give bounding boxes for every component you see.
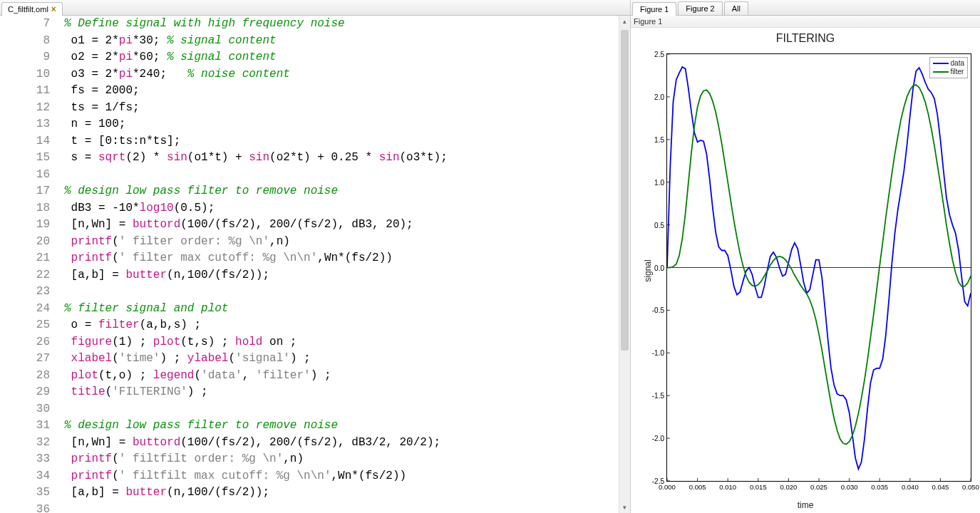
code-content[interactable]: ts = 1/fs; [64, 100, 630, 117]
line-number: 23 [0, 284, 64, 301]
code-content[interactable]: [n,Wn] = buttord(100/(fs/2), 200/(fs/2),… [64, 217, 630, 234]
code-line[interactable]: 19 [n,Wn] = buttord(100/(fs/2), 200/(fs/… [0, 217, 630, 234]
scroll-thumb[interactable] [621, 30, 629, 351]
code-line[interactable]: 29 title('FILTERING') ; [0, 384, 630, 401]
legend: datafilter [929, 57, 968, 78]
code-content[interactable]: [n,Wn] = buttord(100/(fs/2), 200/(fs/2),… [64, 435, 630, 452]
editor-tab[interactable]: C_filtfilt.oml × [1, 2, 63, 16]
x-tick-label: 0.020 [780, 481, 798, 491]
code-line[interactable]: 27 xlabel('time') ; ylabel('signal') ; [0, 351, 630, 368]
code-line[interactable]: 15 s = sqrt(2) * sin(o1*t) + sin(o2*t) +… [0, 150, 630, 167]
y-tick-label: -1.0 [652, 349, 667, 357]
code-content[interactable]: % design low pass filter to remove noise [64, 418, 630, 435]
code-content[interactable] [64, 167, 630, 184]
code-line[interactable]: 9 o2 = 2*pi*60; % signal content [0, 49, 630, 66]
x-tick-label: 0.045 [932, 481, 949, 491]
figure-tab[interactable]: All [724, 1, 748, 15]
code-line[interactable]: 10 o3 = 2*pi*240; % noise content [0, 66, 630, 83]
code-line[interactable]: 31% design low pass filter to remove noi… [0, 418, 630, 435]
legend-label: filter [951, 68, 964, 76]
close-icon[interactable]: × [51, 5, 56, 14]
code-content[interactable]: xlabel('time') ; ylabel('signal') ; [64, 351, 630, 368]
code-content[interactable]: printf(' filter order: %g \n',n) [64, 234, 630, 251]
code-content[interactable]: t = [0:ts:n*ts]; [64, 133, 630, 150]
code-line[interactable]: 17% design low pass filter to remove noi… [0, 183, 630, 200]
x-tick-label: 0.035 [871, 481, 888, 491]
scroll-up-icon[interactable]: ▴ [619, 16, 630, 27]
figure-tab[interactable]: Figure 2 [678, 1, 722, 15]
scroll-down-icon[interactable]: ▾ [619, 502, 630, 513]
code-line[interactable]: 20 printf(' filter order: %g \n',n) [0, 234, 630, 251]
code-content[interactable]: figure(1) ; plot(t,s) ; hold on ; [64, 334, 630, 351]
code-line[interactable]: 8 o1 = 2*pi*30; % signal content [0, 33, 630, 50]
code-content[interactable]: n = 100; [64, 116, 630, 133]
code-content[interactable]: o2 = 2*pi*60; % signal content [64, 49, 630, 66]
code-content[interactable]: o1 = 2*pi*30; % signal content [64, 33, 630, 50]
code-line[interactable]: 21 printf(' filter max cutoff: %g \n\n',… [0, 250, 630, 267]
code-line[interactable]: 30 [0, 401, 630, 418]
line-number: 32 [0, 435, 64, 452]
code-content[interactable] [64, 502, 630, 514]
code-line[interactable]: 13 n = 100; [0, 116, 630, 133]
code-content[interactable]: s = sqrt(2) * sin(o1*t) + sin(o2*t) + 0.… [64, 150, 630, 167]
line-number: 18 [0, 200, 64, 217]
code-line[interactable]: 22 [a,b] = butter(n,100/(fs/2)); [0, 267, 630, 284]
code-line[interactable]: 12 ts = 1/fs; [0, 100, 630, 117]
x-tick-label: 0.015 [750, 481, 767, 491]
code-line[interactable]: 18 dB3 = -10*log10(0.5); [0, 200, 630, 217]
line-number: 20 [0, 234, 64, 251]
code-line[interactable]: 33 printf(' filtfilt order: %g \n',n) [0, 451, 630, 468]
code-content[interactable]: % filter signal and plot [64, 301, 630, 318]
code-line[interactable]: 11 fs = 2000; [0, 83, 630, 100]
line-number: 19 [0, 217, 64, 234]
editor-scrollbar[interactable]: ▴ ▾ [619, 16, 630, 513]
line-number: 15 [0, 150, 64, 167]
code-content[interactable]: fs = 2000; [64, 83, 630, 100]
code-content[interactable]: plot(t,o) ; legend('data', 'filter') ; [64, 368, 630, 385]
y-tick-label: 0.5 [654, 221, 667, 229]
legend-swatch [933, 63, 949, 64]
code-content[interactable]: dB3 = -10*log10(0.5); [64, 200, 630, 217]
code-content[interactable]: printf(' filtfilt max cutoff: %g \n\n',W… [64, 468, 630, 485]
code-line[interactable]: 16 [0, 167, 630, 184]
code-line[interactable]: 25 o = filter(a,b,s) ; [0, 317, 630, 334]
code-content[interactable] [64, 284, 630, 301]
y-axis-label: signal [643, 259, 653, 281]
figure-canvas[interactable]: FILTERING signal time datafilter 2.52.01… [631, 28, 980, 513]
plot-area: datafilter 2.52.01.51.00.50.0-0.5-1.0-1.… [666, 53, 971, 482]
code-content[interactable]: [a,b] = butter(n,100/(fs/2)); [64, 267, 630, 284]
code-line[interactable]: 28 plot(t,o) ; legend('data', 'filter') … [0, 368, 630, 385]
code-line[interactable]: 32 [n,Wn] = buttord(100/(fs/2), 200/(fs/… [0, 435, 630, 452]
line-number: 11 [0, 83, 64, 100]
code-line[interactable]: 24% filter signal and plot [0, 301, 630, 318]
x-tick-label: 0.040 [902, 481, 919, 491]
code-line[interactable]: 34 printf(' filtfilt max cutoff: %g \n\n… [0, 468, 630, 485]
code-content[interactable]: printf(' filter max cutoff: %g \n\n',Wn*… [64, 250, 630, 267]
line-number: 10 [0, 66, 64, 83]
x-tick-label: 0.010 [719, 481, 736, 491]
code-content[interactable]: % design low pass filter to remove noise [64, 183, 630, 200]
line-number: 13 [0, 116, 64, 133]
code-editor[interactable]: 7% Define signal with high frequency noi… [0, 16, 630, 513]
code-content[interactable]: printf(' filtfilt order: %g \n',n) [64, 451, 630, 468]
code-line[interactable]: 35 [a,b] = butter(n,100/(fs/2)); [0, 484, 630, 502]
code-content[interactable]: [a,b] = butter(n,100/(fs/2)); [64, 484, 630, 502]
y-tick-label: 1.5 [654, 135, 667, 143]
code-content[interactable]: o = filter(a,b,s) ; [64, 317, 630, 334]
code-line[interactable]: 23 [0, 284, 630, 301]
line-number: 9 [0, 49, 64, 66]
code-line[interactable]: 7% Define signal with high frequency noi… [0, 16, 630, 33]
code-line[interactable]: 26 figure(1) ; plot(t,s) ; hold on ; [0, 334, 630, 351]
code-content[interactable] [64, 401, 630, 418]
code-line[interactable]: 14 t = [0:ts:n*ts]; [0, 133, 630, 150]
y-tick-label: 2.0 [654, 93, 667, 100]
line-number: 12 [0, 100, 64, 117]
code-content[interactable]: o3 = 2*pi*240; % noise content [64, 66, 630, 83]
x-tick-label: 0.005 [689, 481, 706, 491]
code-line[interactable]: 36 [0, 502, 630, 514]
legend-item: data [933, 59, 964, 68]
figure-tab[interactable]: Figure 1 [632, 2, 676, 16]
code-content[interactable]: % Define signal with high frequency nois… [64, 16, 630, 33]
code-content[interactable]: title('FILTERING') ; [64, 384, 630, 401]
editor-pane: C_filtfilt.oml × 7% Define signal with h… [0, 0, 631, 513]
